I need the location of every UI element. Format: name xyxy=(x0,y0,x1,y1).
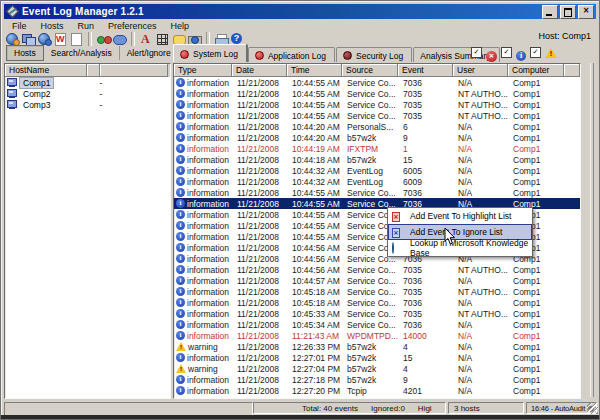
context-menu-item-globe[interactable]: Lookup in Microsoft Knowledge Base xyxy=(388,240,532,256)
log-row[interactable]: iinformation11/21/200810:44:32 AMEventLo… xyxy=(174,176,580,187)
log-row[interactable]: iinformation11/21/200810:44:57 AMService… xyxy=(174,275,580,286)
tab-alert-ignore[interactable]: Alert/Ignore xyxy=(120,46,179,60)
grid-view-icon[interactable] xyxy=(155,32,170,46)
maximize-button[interactable] xyxy=(560,5,576,19)
log-row[interactable]: iinformation11/21/200810:45:18 AMService… xyxy=(174,286,580,297)
log-row[interactable]: iinformation11/21/200810:45:18 AMService… xyxy=(174,297,580,308)
filter-information-checkbox[interactable]: ✓ xyxy=(501,47,512,58)
log-row[interactable]: iinformation11/21/200810:45:34 AMService… xyxy=(174,319,580,330)
log-column-header-filler[interactable] xyxy=(564,64,580,77)
host-name: Comp1 xyxy=(20,78,53,88)
log-cell-source: Service Co... xyxy=(342,287,398,297)
tab-security-log[interactable]: Security Log xyxy=(336,47,412,62)
status-count-text: Total: 40 events xyxy=(302,404,358,413)
log-column-header-type[interactable]: Type xyxy=(174,64,232,77)
log-row[interactable]: iinformation11/21/200812:27:20 PMTcpip42… xyxy=(174,385,580,396)
context-menu-item-highlight-list[interactable]: ×Add Event To Highlight List xyxy=(388,208,532,224)
search-hosts-icon[interactable] xyxy=(5,32,20,46)
menu-item-help[interactable]: Help xyxy=(164,21,197,31)
log-cell-event: 15 xyxy=(398,353,453,363)
title-bar[interactable]: Event Log Manager 1.2.1 × xyxy=(4,4,596,19)
log-column-header-user[interactable]: User xyxy=(453,64,508,77)
log-row[interactable]: iinformation11/21/200811:21:43 AMWPDMTPD… xyxy=(174,330,580,341)
tab-hosts[interactable]: Hosts xyxy=(6,45,44,61)
log-cell-computer: Comp1 xyxy=(508,133,564,143)
information-icon: i xyxy=(176,166,185,175)
log-cell-date: 11/21/2008 xyxy=(232,89,287,99)
log-row[interactable]: iinformation11/21/200810:44:32 AMEventLo… xyxy=(174,165,580,176)
tab-dot-icon xyxy=(255,51,264,60)
filter-warning-checkbox[interactable]: ✓ xyxy=(530,47,541,58)
resize-grip[interactable] xyxy=(587,403,598,414)
log-cell-time: 10:44:56 AM xyxy=(287,265,342,275)
log-row[interactable]: iinformation11/21/200810:44:18 AMb57w2k1… xyxy=(174,154,580,165)
log-row[interactable]: iinformation11/21/200810:44:55 AMService… xyxy=(174,110,580,121)
host-row-comp1[interactable]: Comp1- xyxy=(5,77,170,88)
log-cell-time: 11:21:43 AM xyxy=(287,331,342,341)
notes-icon[interactable] xyxy=(69,32,84,46)
log-row[interactable]: iinformation11/21/200812:27:18 PMb57w2k9… xyxy=(174,374,580,385)
log-cell-date: 11/21/2008 xyxy=(232,342,287,352)
type-label: information xyxy=(187,331,229,341)
log-row[interactable]: iinformation11/21/200810:44:56 AMService… xyxy=(174,264,580,275)
log-row[interactable]: iinformation11/21/200810:44:20 AMPersona… xyxy=(174,121,580,132)
hosts-column-header[interactable]: HostName xyxy=(5,64,87,77)
log-column-header-computer[interactable]: Computer xyxy=(508,64,564,77)
log-row[interactable]: iinformation11/21/200812:27:01 PMb57w2k1… xyxy=(174,352,580,363)
log-column-header-date[interactable]: Date xyxy=(232,64,287,77)
log-row[interactable]: iinformation11/21/200810:45:33 AMService… xyxy=(174,308,580,319)
log-cell-date: 11/21/2008 xyxy=(232,100,287,110)
type-label: information xyxy=(187,133,229,143)
log-row[interactable]: iinformation11/21/200810:44:20 AMb57w2k9… xyxy=(174,132,580,143)
log-cell-computer: Comp1 xyxy=(508,298,564,308)
information-icon: i xyxy=(176,78,185,87)
filter-error-checkbox[interactable]: ✓ xyxy=(471,47,482,58)
log-cell-type: iinformation xyxy=(174,89,232,99)
menu-item-preferences[interactable]: Preferences xyxy=(101,21,164,31)
log-row[interactable]: iinformation11/21/200810:44:55 AMService… xyxy=(174,99,580,110)
log-cell-time: 10:44:57 AM xyxy=(287,276,342,286)
log-cell-time: 12:26:33 PM xyxy=(287,342,342,352)
information-icon: i xyxy=(176,188,185,197)
tab-system-log[interactable]: System Log xyxy=(173,44,247,62)
log-cell-type: iinformation xyxy=(174,111,232,121)
information-icon: i xyxy=(176,210,185,219)
hosts-column-header[interactable] xyxy=(100,64,168,77)
copy-hosts-icon[interactable] xyxy=(21,32,36,46)
log-column-header-event[interactable]: Event xyxy=(398,64,453,77)
connect-host-icon[interactable] xyxy=(96,32,111,46)
type-label: information xyxy=(187,254,229,264)
log-row[interactable]: iinformation11/21/200810:44:19 AMIFXTPM1… xyxy=(174,143,580,154)
menu-item-run[interactable]: Run xyxy=(71,21,102,31)
log-cell-date: 11/21/2008 xyxy=(232,265,287,275)
minimize-button[interactable] xyxy=(542,5,558,19)
information-icon: i xyxy=(176,309,185,318)
close-button[interactable]: × xyxy=(578,5,594,19)
log-row[interactable]: !warning11/21/200812:27:04 PMb57w2k4N/AC… xyxy=(174,363,580,374)
log-cell-source: Tcpip xyxy=(342,386,398,396)
log-column-header-source[interactable]: Source xyxy=(342,64,398,77)
log-cell-user: NT AUTHO... xyxy=(453,89,508,99)
write-log-icon[interactable]: W xyxy=(53,32,68,46)
hosts-column-header[interactable] xyxy=(87,64,100,77)
menu-item-hosts[interactable]: Hosts xyxy=(34,21,71,31)
menu-item-file[interactable]: File xyxy=(5,21,34,31)
log-cell-type: iinformation xyxy=(174,265,232,275)
log-row[interactable]: iinformation11/21/200810:44:55 AMService… xyxy=(174,77,580,88)
log-row[interactable]: !warning11/21/200812:26:33 PMb57w2k4N/AC… xyxy=(174,341,580,352)
log-cell-time: 12:27:01 PM xyxy=(287,353,342,363)
log-column-header-time[interactable]: Time xyxy=(287,64,342,77)
log-cell-date: 11/21/2008 xyxy=(232,221,287,231)
log-row[interactable]: iinformation11/21/200810:44:55 AMService… xyxy=(174,187,580,198)
window-title: Event Log Manager 1.2.1 xyxy=(22,6,144,17)
network-browse-icon[interactable] xyxy=(37,32,52,46)
log-cell-time: 10:45:18 AM xyxy=(287,298,342,308)
log-row[interactable]: iinformation11/21/200810:44:55 AMService… xyxy=(174,88,580,99)
host-row-comp2[interactable]: Comp2- xyxy=(5,88,170,99)
tab-application-log[interactable]: Application Log xyxy=(248,47,335,62)
tab-search-analysis[interactable]: Search/Analysis xyxy=(44,46,120,60)
log-cell-type: iinformation xyxy=(174,188,232,198)
analysis-icon[interactable]: A xyxy=(139,32,154,46)
host-row-comp3[interactable]: Comp3- xyxy=(5,99,170,110)
network-cloud-icon[interactable] xyxy=(112,32,127,46)
